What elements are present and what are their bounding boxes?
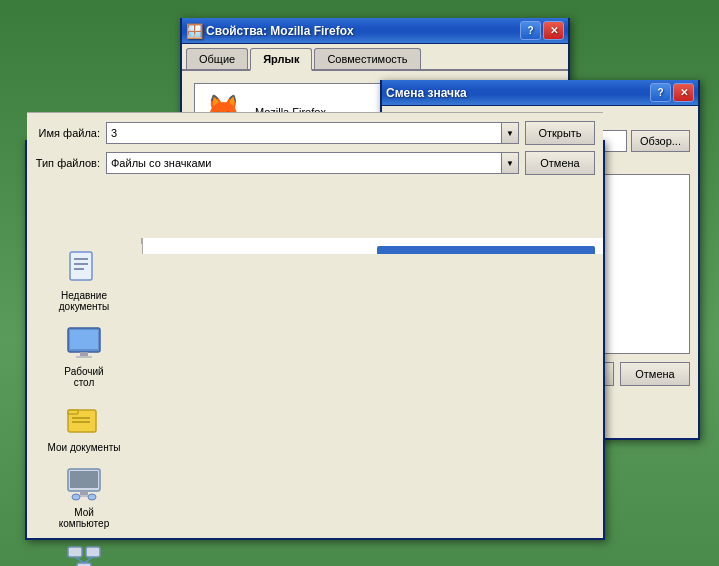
svg-point-27 — [88, 494, 96, 500]
network-icon — [64, 541, 104, 566]
change-icon-back-title: Смена значка — [386, 86, 650, 100]
svg-rect-13 — [74, 268, 84, 270]
back-cancel-button[interactable]: Отмена — [620, 362, 690, 386]
icon-thumb-3 — [381, 250, 429, 254]
svg-rect-20 — [72, 417, 90, 419]
cancel-button-main[interactable]: Отмена — [525, 151, 595, 175]
sidebar-item-mycomp[interactable]: Мойкомпьютер — [39, 461, 129, 533]
sidebar-item-desktop[interactable]: Рабочийстол — [39, 320, 129, 392]
desktop-icon — [64, 324, 104, 364]
icons-grid: 2 16 x 16 Windows Icon — [151, 246, 595, 254]
filename-value: 3 — [107, 127, 501, 139]
change-icon-back-close-btn[interactable]: ✕ — [673, 83, 694, 102]
icon-item-3[interactable]: 3 16 x 16 Windows Icon — [377, 246, 595, 254]
firefox-props-icon: 🪟 — [186, 23, 202, 39]
svg-line-32 — [84, 557, 93, 563]
open-button[interactable]: Открыть — [525, 121, 595, 145]
my-docs-icon — [64, 400, 104, 440]
browse-button[interactable]: Обзор... — [631, 130, 690, 152]
tab-compatibility[interactable]: Совместимость — [314, 48, 420, 69]
sidebar-label-mycomp: Мойкомпьютер — [59, 507, 109, 529]
filetype-value: Файлы со значками — [107, 157, 501, 169]
filename-input-container[interactable]: 3 ▼ — [106, 122, 519, 144]
icon-thumb-2 — [155, 250, 203, 254]
firefox-props-title: Свойства: Mozilla Firefox — [206, 24, 520, 38]
svg-rect-11 — [74, 258, 88, 260]
svg-rect-15 — [70, 330, 98, 349]
filetype-label: Тип файлов: — [35, 157, 100, 169]
icon-number-2: 2 — [211, 253, 273, 254]
sidebar: Недавниедокументы Рабочийстол Мои докуме… — [27, 238, 142, 244]
svg-rect-28 — [68, 547, 82, 557]
icon-info-2: 2 16 x 16 Windows Icon — [211, 253, 273, 254]
svg-rect-16 — [80, 352, 88, 356]
filename-dropdown-btn[interactable]: ▼ — [501, 123, 518, 143]
filetype-dropdown-btn[interactable]: ▼ — [501, 153, 518, 173]
icon-info-3: 3 16 x 16 Windows Icon — [437, 253, 499, 254]
filetype-input-container[interactable]: Файлы со значками ▼ — [106, 152, 519, 174]
icons-area: 2 16 x 16 Windows Icon — [142, 238, 603, 254]
sidebar-item-mydocs[interactable]: Мои документы — [39, 396, 129, 457]
tab-shortcut[interactable]: Ярлык — [250, 48, 312, 71]
svg-rect-29 — [86, 547, 100, 557]
svg-rect-23 — [70, 471, 98, 488]
sidebar-label-desktop: Рабочийстол — [64, 366, 103, 388]
icon-number-3: 3 — [437, 253, 499, 254]
sidebar-label-mydocs: Мои документы — [48, 442, 121, 453]
change-icon-back-titlebar: Смена значка ? ✕ — [382, 80, 698, 106]
firefox-props-tabs: Общие Ярлык Совместимость — [182, 44, 568, 71]
svg-rect-10 — [70, 252, 92, 280]
firefox-props-titlebar-buttons: ? ✕ — [520, 21, 564, 40]
filename-row: Имя файла: 3 ▼ Открыть — [35, 121, 595, 145]
svg-rect-12 — [74, 263, 88, 265]
firefox-props-titlebar: 🪟 Свойства: Mozilla Firefox ? ✕ — [182, 18, 568, 44]
recent-docs-icon — [64, 248, 104, 288]
tab-general[interactable]: Общие — [186, 48, 248, 69]
firefox-props-help-btn[interactable]: ? — [520, 21, 541, 40]
svg-point-26 — [72, 494, 80, 500]
filename-label: Имя файла: — [35, 127, 100, 139]
svg-rect-19 — [68, 410, 78, 414]
sidebar-item-recent[interactable]: Недавниедокументы — [39, 244, 129, 316]
my-computer-icon — [64, 465, 104, 505]
svg-line-31 — [75, 557, 84, 563]
firefox-props-close-btn[interactable]: ✕ — [543, 21, 564, 40]
filetype-row: Тип файлов: Файлы со значками ▼ Отмена — [35, 151, 595, 175]
change-icon-back-buttons: ? ✕ — [650, 83, 694, 102]
change-icon-main-window: Смена значка ? ✕ Папка: 📁 ico ▼ — [25, 140, 605, 540]
svg-rect-24 — [80, 491, 88, 495]
sidebar-item-network[interactable]: Сетевое — [39, 537, 129, 566]
svg-rect-21 — [72, 421, 90, 423]
svg-rect-17 — [76, 356, 92, 358]
icon-item-2[interactable]: 2 16 x 16 Windows Icon — [151, 246, 369, 254]
bottom-bar: Имя файла: 3 ▼ Открыть Тип файлов: Файлы… — [27, 112, 603, 212]
change-icon-back-help-btn[interactable]: ? — [650, 83, 671, 102]
sidebar-label-recent: Недавниедокументы — [59, 290, 110, 312]
